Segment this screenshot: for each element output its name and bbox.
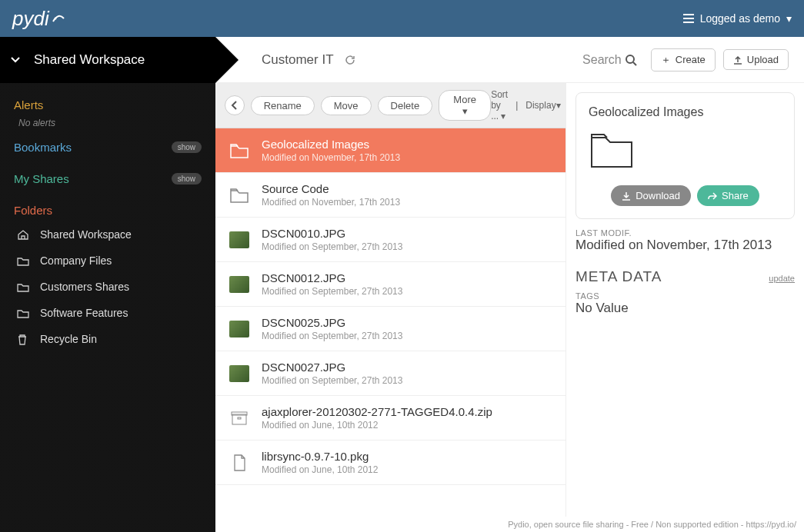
search-label: Search xyxy=(582,53,622,67)
file-row[interactable]: DSCN0025.JPGModified on September, 27th … xyxy=(215,307,565,351)
brand-text: pydi xyxy=(12,7,49,31)
file-row[interactable]: DSCN0010.JPGModified on September, 27th … xyxy=(215,218,565,262)
search-input[interactable]: Search xyxy=(582,53,637,67)
alerts-title: Alerts xyxy=(14,98,43,111)
file-modified: Modified on November, 17th 2013 xyxy=(262,197,400,208)
lastmodif-label: LAST MODIF. xyxy=(575,228,795,238)
file-row[interactable]: Geolocalized ImagesModified on November,… xyxy=(215,128,565,173)
file-name: DSCN0025.JPG xyxy=(262,316,402,329)
sidebar-folders-header: Folders xyxy=(0,199,215,221)
file-modified: Modified on June, 10th 2012 xyxy=(262,420,492,431)
folder-label: Company Files xyxy=(40,254,112,267)
file-row[interactable]: ajaxplorer-20120302-2771-TAGGED4.0.4.zip… xyxy=(215,396,565,441)
sidebar-bookmarks-header[interactable]: Bookmarks show xyxy=(0,136,215,158)
breadcrumb-current[interactable]: Customer IT xyxy=(262,52,334,68)
folder-label: Shared Workspace xyxy=(40,228,132,241)
lastmodif-value: Modified on November, 17th 2013 xyxy=(575,238,795,253)
file-modified: Modified on November, 17th 2013 xyxy=(262,152,400,163)
svg-rect-4 xyxy=(238,417,241,419)
sort-menu[interactable]: Sort by ... ▾ xyxy=(491,89,508,121)
delete-button[interactable]: Delete xyxy=(378,96,433,115)
folder-icon xyxy=(229,187,249,204)
action-bar: Rename Move Delete More ▾ Sort by ... ▾ … xyxy=(215,83,565,128)
file-name: Source Code xyxy=(262,182,400,195)
caret-down-icon: ▾ xyxy=(556,100,561,111)
user-label: Logged as demo xyxy=(700,12,780,25)
workspace-name: Shared Workspace xyxy=(34,52,145,68)
file-row[interactable]: librsync-0.9.7-10.pkgModified on June, 1… xyxy=(215,441,565,485)
user-menu[interactable]: Logged as demo ▾ xyxy=(683,12,792,25)
tags-label: TAGS xyxy=(575,291,795,301)
sidebar-folder-item[interactable]: Company Files xyxy=(0,248,215,274)
details-pane: Geolocalized Images Download Share xyxy=(565,83,804,532)
display-menu[interactable]: Display▾ xyxy=(525,100,560,111)
center-pane: Rename Move Delete More ▾ Sort by ... ▾ … xyxy=(215,83,565,532)
file-name: librsync-0.9.7-10.pkg xyxy=(262,450,378,463)
svg-point-0 xyxy=(54,18,56,20)
myshares-title: My Shares xyxy=(14,172,69,185)
myshares-show-toggle[interactable]: show xyxy=(172,173,202,185)
upload-label: Upload xyxy=(747,54,779,65)
home-icon xyxy=(17,229,29,240)
image-thumbnail xyxy=(229,276,249,293)
detail-title: Geolocalized Images xyxy=(589,105,782,119)
image-thumbnail xyxy=(229,321,249,337)
caret-down-icon xyxy=(11,57,20,63)
more-button[interactable]: More ▾ xyxy=(439,90,491,121)
file-modified: Modified on September, 27th 2013 xyxy=(262,331,402,341)
file-name: DSCN0012.JPG xyxy=(262,271,402,284)
upload-button[interactable]: Upload xyxy=(723,49,789,70)
sidebar: Alerts No alerts Bookmarks show My Share… xyxy=(0,83,215,532)
folders-title: Folders xyxy=(14,204,52,217)
workspace-selector[interactable]: Shared Workspace xyxy=(0,37,215,83)
file-row[interactable]: DSCN0012.JPGModified on September, 27th … xyxy=(215,262,565,307)
file-icon xyxy=(229,454,249,471)
sidebar-folder-item[interactable]: Shared Workspace xyxy=(0,221,215,248)
file-modified: Modified on September, 27th 2013 xyxy=(262,375,402,386)
plus-icon: ＋ xyxy=(661,53,671,67)
sidebar-folder-item[interactable]: Customers Shares xyxy=(0,274,215,300)
folder-label: Customers Shares xyxy=(40,281,129,293)
folder-label: Recycle Bin xyxy=(40,333,97,345)
main-area: Alerts No alerts Bookmarks show My Share… xyxy=(0,83,804,532)
download-label: Download xyxy=(636,190,680,201)
menu-icon xyxy=(683,14,694,23)
file-row[interactable]: DSCN0027.JPGModified on September, 27th … xyxy=(215,351,565,396)
sidebar-myshares-header[interactable]: My Shares show xyxy=(0,168,215,190)
trash-icon xyxy=(17,334,29,345)
folder-label: Software Features xyxy=(40,307,128,319)
folder-icon xyxy=(229,142,249,159)
caret-down-icon: ▾ xyxy=(786,12,792,25)
create-button[interactable]: ＋ Create xyxy=(651,48,716,71)
metadata-header: META DATA update xyxy=(575,268,795,285)
folder-icon xyxy=(17,308,29,318)
create-label: Create xyxy=(676,54,706,65)
upload-icon xyxy=(733,55,742,65)
download-button[interactable]: Download xyxy=(611,185,691,206)
sidebar-folder-item[interactable]: Software Features xyxy=(0,300,215,326)
file-modified: Modified on June, 10th 2012 xyxy=(262,464,378,475)
refresh-icon[interactable] xyxy=(345,55,355,65)
logo-swoosh-icon xyxy=(51,11,66,26)
top-bar: pydi Logged as demo ▾ xyxy=(0,0,804,37)
back-button[interactable] xyxy=(225,95,245,115)
folder-icon xyxy=(17,256,29,266)
metadata-update-link[interactable]: update xyxy=(769,274,795,283)
caret-down-icon: ▾ xyxy=(462,105,468,117)
bookmarks-show-toggle[interactable]: show xyxy=(172,141,202,153)
file-name: ajaxplorer-20120302-2771-TAGGED4.0.4.zip xyxy=(262,405,492,418)
alerts-empty: No alerts xyxy=(0,116,215,136)
chevron-left-icon xyxy=(231,101,239,110)
folder-icon xyxy=(17,282,29,292)
rename-button[interactable]: Rename xyxy=(251,96,315,115)
share-button[interactable]: Share xyxy=(697,185,759,206)
file-modified: Modified on September, 27th 2013 xyxy=(262,241,402,252)
detail-card: Geolocalized Images Download Share xyxy=(575,92,795,219)
metadata-title: META DATA xyxy=(575,268,662,285)
sidebar-folder-item[interactable]: Recycle Bin xyxy=(0,326,215,352)
file-modified: Modified on September, 27th 2013 xyxy=(262,286,402,297)
move-button[interactable]: Move xyxy=(321,96,372,115)
folder-large-icon xyxy=(589,130,782,170)
sidebar-alerts-header[interactable]: Alerts xyxy=(0,94,215,116)
file-row[interactable]: Source CodeModified on November, 17th 20… xyxy=(215,173,565,218)
